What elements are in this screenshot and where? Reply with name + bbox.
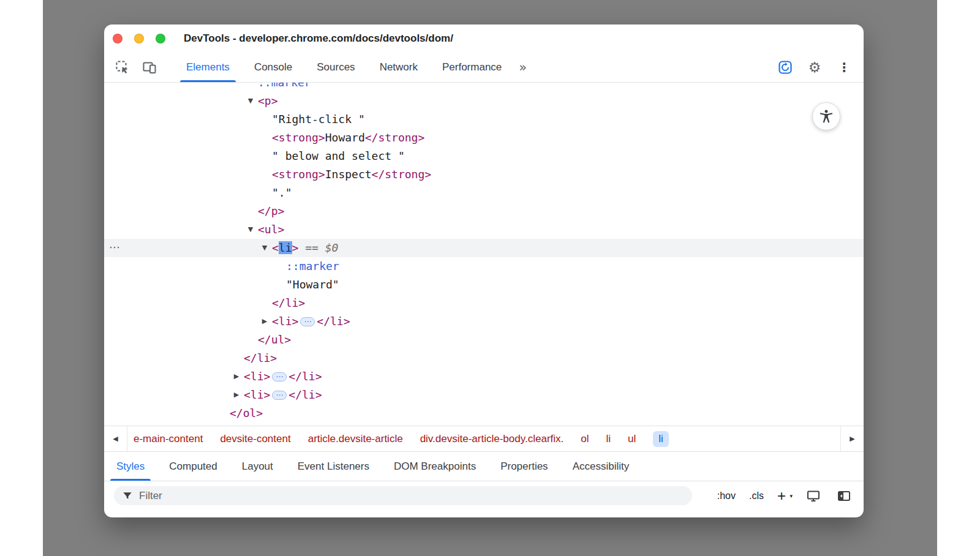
settings-gear-icon[interactable]: ⚙: [806, 59, 823, 76]
tab-computed[interactable]: Computed: [157, 452, 229, 481]
tab-dom-breakpoints[interactable]: DOM Breakpoints: [382, 452, 488, 481]
dom-tree-row[interactable]: ▶<li>⋯</li>: [104, 312, 864, 331]
breadcrumb-item[interactable]: div.devsite-article-body.clearfix.: [420, 433, 564, 445]
toggle-sidebar-icon[interactable]: [835, 487, 853, 505]
new-style-rule-button[interactable]: +▾: [777, 490, 791, 502]
tab-label: Event Listeners: [298, 460, 369, 473]
code-text: </li>: [317, 315, 350, 328]
breadcrumb-item[interactable]: ol: [581, 433, 589, 445]
rendering-emulation-icon[interactable]: [805, 487, 822, 505]
code-text: <strong>: [272, 168, 325, 181]
dom-tree-row[interactable]: ⋯▼<li> == $0: [104, 239, 864, 257]
code-text: Inspect: [325, 168, 372, 181]
dom-tree-row[interactable]: </li>: [104, 349, 864, 367]
tab-label: Console: [254, 61, 292, 73]
breadcrumb-item[interactable]: devsite-content: [220, 433, 290, 445]
code-text: <li>: [272, 315, 298, 328]
tab-properties[interactable]: Properties: [488, 452, 560, 481]
styles-filter-bar: :hov .cls +▾: [104, 481, 864, 510]
code-text: <p>: [258, 94, 278, 107]
code-text: </li>: [288, 388, 322, 401]
reload-icon[interactable]: [777, 59, 794, 76]
code-text: <li>: [244, 388, 270, 401]
inspect-element-icon[interactable]: [114, 59, 131, 76]
code-text: Howard: [325, 131, 365, 144]
filter-input[interactable]: [139, 490, 685, 502]
collapse-arrow-icon[interactable]: ▼: [245, 92, 256, 110]
dom-tree-row[interactable]: ▼<p>: [104, 92, 864, 110]
code-text: ::marker: [258, 83, 311, 89]
device-toolbar-icon[interactable]: [141, 59, 158, 76]
dom-tree-row[interactable]: "Right-click ": [104, 110, 864, 129]
dom-tree-row[interactable]: ▶<li>⋯</li>: [104, 386, 864, 404]
dom-tree-row[interactable]: </ul>: [104, 331, 864, 349]
close-window-button[interactable]: [113, 34, 123, 43]
tab-network[interactable]: Network: [368, 52, 430, 82]
dom-tree: ::marker▼<p>"Right-click "<strong>Howard…: [104, 83, 864, 426]
tab-console[interactable]: Console: [242, 52, 304, 82]
breadcrumb-list: e-main-contentdevsite-contentarticle.dev…: [127, 426, 669, 451]
collapse-arrow-icon[interactable]: ▼: [245, 220, 256, 239]
tab-performance[interactable]: Performance: [430, 52, 514, 82]
tab-label: Sources: [317, 61, 355, 73]
dom-tree-row[interactable]: </li>: [104, 294, 864, 312]
collapsed-content-icon[interactable]: ⋯: [300, 317, 315, 326]
more-actions-icon[interactable]: ⋯: [109, 239, 121, 256]
code-text: "Right-click ": [272, 113, 365, 126]
window-bottom-padding: [104, 510, 864, 517]
toggle-element-state-button[interactable]: :hov: [717, 490, 736, 502]
dom-tree-row[interactable]: </p>: [104, 202, 864, 220]
dom-tree-row[interactable]: ".": [104, 184, 864, 202]
tab-styles[interactable]: Styles: [104, 452, 157, 481]
code-text: ==: [298, 241, 325, 254]
dom-tree-row[interactable]: <strong>Inspect</strong>: [104, 165, 864, 184]
maximize-window-button[interactable]: [156, 34, 165, 43]
toggle-class-button[interactable]: .cls: [749, 490, 764, 502]
dom-tree-row[interactable]: " below and select ": [104, 147, 864, 165]
collapsed-content-icon[interactable]: ⋯: [272, 391, 287, 400]
collapse-arrow-icon[interactable]: ▼: [259, 239, 270, 257]
breadcrumb-item[interactable]: e-main-content: [134, 433, 203, 445]
expand-arrow-icon[interactable]: ▶: [231, 367, 242, 386]
minimize-window-button[interactable]: [134, 34, 144, 43]
devtools-window: DevTools - developer.chrome.com/docs/dev…: [104, 24, 864, 517]
dom-tree-row[interactable]: ::marker: [104, 83, 864, 92]
dom-tree-row[interactable]: "Howard": [104, 276, 864, 294]
filter-field-wrap: [114, 486, 692, 505]
filter-right-controls: :hov .cls +▾: [717, 487, 853, 505]
expand-arrow-icon[interactable]: ▶: [259, 312, 270, 331]
code-text: ".": [272, 186, 292, 199]
code-text: </strong>: [365, 131, 425, 144]
panel-tab-strip: ElementsConsoleSourcesNetworkPerformance: [174, 52, 514, 82]
expand-arrow-icon[interactable]: ▶: [231, 386, 242, 404]
tab-label: Network: [380, 61, 418, 73]
breadcrumb-item[interactable]: li: [606, 433, 611, 445]
collapsed-content-icon[interactable]: ⋯: [272, 372, 287, 381]
code-text: </p>: [258, 205, 284, 217]
dom-tree-row[interactable]: </ol>: [104, 404, 864, 423]
kebab-menu-icon[interactable]: ⋮: [835, 59, 853, 76]
tab-elements[interactable]: Elements: [174, 52, 242, 82]
tab-layout[interactable]: Layout: [230, 452, 285, 481]
tab-label: DOM Breakpoints: [394, 460, 476, 473]
breadcrumb-scroll-right-icon[interactable]: ▶: [840, 426, 864, 451]
dom-tree-row[interactable]: ::marker: [104, 257, 864, 276]
breadcrumb-item[interactable]: li: [653, 431, 669, 447]
dom-tree-row[interactable]: ▶<li>⋯</li>: [104, 367, 864, 386]
window-title: DevTools - developer.chrome.com/docs/dev…: [184, 32, 453, 45]
code-text: "Howard": [286, 278, 339, 291]
devtools-toolbar: ElementsConsoleSourcesNetworkPerformance…: [104, 52, 864, 83]
dom-tree-row[interactable]: ▼<ul>: [104, 220, 864, 239]
dom-tree-row[interactable]: <strong>Howard</strong>: [104, 129, 864, 147]
tab-accessibility[interactable]: Accessibility: [560, 452, 642, 481]
code-text: </ol>: [230, 407, 263, 419]
code-text: </ul>: [258, 333, 291, 346]
window-titlebar: DevTools - developer.chrome.com/docs/dev…: [104, 24, 864, 52]
breadcrumb-item[interactable]: article.devsite-article: [308, 433, 403, 445]
tab-label: Elements: [186, 61, 230, 73]
more-tabs-icon[interactable]: »: [519, 60, 527, 75]
tab-sources[interactable]: Sources: [304, 52, 367, 82]
tab-event-listeners[interactable]: Event Listeners: [285, 452, 382, 481]
breadcrumb-scroll-left-icon[interactable]: ◀: [104, 426, 127, 451]
breadcrumb-item[interactable]: ul: [628, 433, 636, 445]
